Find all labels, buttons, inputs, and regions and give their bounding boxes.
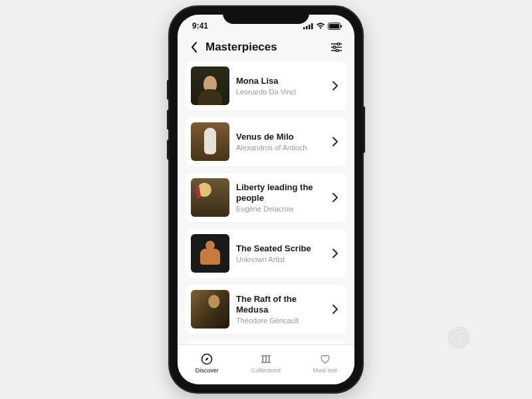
page-title: Masterpieces xyxy=(205,41,277,54)
list-item-text: The Raft of the Medusa Théodore Géricaul… xyxy=(229,294,329,325)
disclosure-indicator xyxy=(329,305,341,314)
artwork-artist: Unknown Artist xyxy=(236,255,323,263)
list-item[interactable]: Mona Lisa Leonardo Da Vinci xyxy=(186,61,346,110)
svg-point-10 xyxy=(333,46,336,49)
tab-label: Must see xyxy=(313,367,337,374)
tab-bar: Discover Collections Must see xyxy=(178,344,354,384)
column-icon xyxy=(259,352,273,366)
status-time: 9:41 xyxy=(192,21,208,31)
disclosure-indicator xyxy=(329,193,341,202)
artwork-thumbnail xyxy=(191,290,229,329)
svg-rect-3 xyxy=(311,23,313,29)
svg-point-8 xyxy=(337,43,340,45)
svg-rect-6 xyxy=(341,25,342,27)
artwork-thumbnail xyxy=(191,66,229,105)
chevron-left-icon xyxy=(191,42,198,53)
list-item-text: Mona Lisa Leonardo Da Vinci xyxy=(229,76,329,96)
compass-icon xyxy=(200,352,213,366)
chevron-right-icon xyxy=(332,137,338,146)
battery-icon xyxy=(328,23,342,30)
chevron-right-icon xyxy=(332,249,338,258)
list-item[interactable]: Venus de Milo Alexandros of Antioch xyxy=(186,117,346,166)
svg-rect-1 xyxy=(306,26,308,29)
svg-rect-5 xyxy=(329,24,339,29)
artwork-title: Liberty leading the people xyxy=(236,182,323,204)
app-screen: 9:41 Masterpieces xyxy=(178,15,354,384)
phone-frame: 9:41 Masterpieces xyxy=(170,7,362,392)
page-header: Masterpieces xyxy=(178,37,354,61)
fingerprint-smudge xyxy=(447,326,471,350)
tab-label: Collections xyxy=(251,367,281,374)
tab-collections[interactable]: Collections xyxy=(237,345,296,384)
artwork-thumbnail xyxy=(191,178,229,217)
disclosure-indicator xyxy=(329,137,341,146)
artwork-artist: Alexandros of Antioch xyxy=(236,144,323,152)
svg-rect-0 xyxy=(303,27,305,29)
chevron-right-icon xyxy=(332,81,338,90)
status-right xyxy=(303,23,342,30)
artwork-thumbnail xyxy=(191,122,229,161)
list-item-text: The Seated Scribe Unknown Artist xyxy=(229,243,329,263)
artwork-artist: Leonardo Da Vinci xyxy=(236,88,323,96)
list-item-text: Venus de Milo Alexandros of Antioch xyxy=(229,132,329,152)
tab-must-see[interactable]: Must see xyxy=(295,345,354,384)
chevron-right-icon xyxy=(332,193,338,202)
disclosure-indicator xyxy=(329,249,341,258)
tab-label: Discover xyxy=(196,367,219,374)
svg-rect-18 xyxy=(261,362,271,363)
filter-button[interactable] xyxy=(329,40,344,55)
back-button[interactable] xyxy=(187,40,201,55)
artwork-artist: Théodore Géricault xyxy=(236,317,323,325)
list-item-text: Liberty leading the people Eugène Delacr… xyxy=(229,182,329,213)
chevron-right-icon xyxy=(332,305,338,314)
heart-icon xyxy=(319,352,332,366)
disclosure-indicator xyxy=(329,81,341,90)
artwork-title: The Raft of the Medusa xyxy=(236,294,323,316)
artwork-thumbnail xyxy=(191,234,229,273)
wifi-icon xyxy=(316,23,325,29)
artwork-title: The Seated Scribe xyxy=(236,243,323,254)
artwork-artist: Eugène Delacroix xyxy=(236,205,323,213)
list-item[interactable]: Liberty leading the people Eugène Delacr… xyxy=(186,173,346,222)
device-notch xyxy=(223,7,309,24)
svg-rect-15 xyxy=(262,356,263,362)
svg-point-12 xyxy=(336,49,338,52)
artwork-title: Venus de Milo xyxy=(236,132,323,142)
artwork-title: Mona Lisa xyxy=(236,76,323,86)
svg-rect-14 xyxy=(261,355,271,356)
cellular-signal-icon xyxy=(303,23,313,29)
sliders-icon xyxy=(331,43,342,52)
header-left: Masterpieces xyxy=(187,40,277,55)
list-item[interactable]: The Raft of the Medusa Théodore Géricaul… xyxy=(186,285,346,334)
svg-rect-16 xyxy=(265,356,267,362)
tab-discover[interactable]: Discover xyxy=(178,345,237,384)
svg-rect-17 xyxy=(269,356,270,362)
artwork-list[interactable]: Mona Lisa Leonardo Da Vinci Venus de Mil… xyxy=(178,61,354,344)
list-item[interactable]: The Seated Scribe Unknown Artist xyxy=(186,229,346,278)
svg-rect-2 xyxy=(309,25,311,29)
